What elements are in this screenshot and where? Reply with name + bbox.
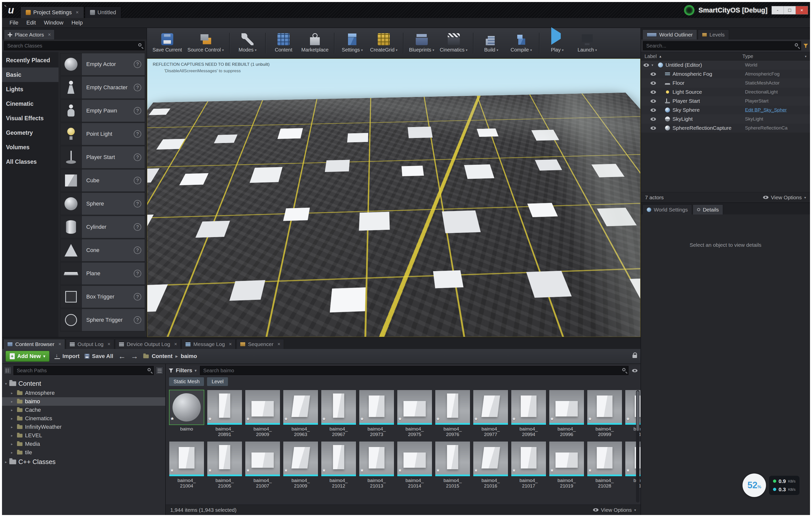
modes-button[interactable]: Modes▾ (235, 33, 260, 53)
actor-category[interactable]: Cinematic (2, 96, 58, 111)
close-button[interactable]: × (796, 6, 808, 14)
asset-tile[interactable]: * baimo4_21005 (207, 441, 242, 489)
add-new-button[interactable]: Add New ▾ (5, 351, 50, 362)
bottom-tab[interactable]: Device Output Log × (115, 339, 181, 349)
actor-category[interactable]: Visual Effects (2, 111, 58, 125)
scrollbar[interactable] (636, 390, 639, 502)
outliner-search-input[interactable] (643, 41, 801, 50)
build-button[interactable]: Build▾ (479, 33, 503, 53)
asset-tile[interactable]: * baimo4_21004 (169, 441, 204, 489)
expander-icon[interactable]: ▸ (11, 442, 14, 446)
outliner-type[interactable]: World (745, 62, 808, 68)
outliner-row[interactable]: ▾ Untitled (Editor) World (641, 60, 810, 69)
placeable-actor[interactable]: Point Light ? (60, 123, 145, 145)
placeable-actor[interactable]: Cube ? (60, 169, 145, 192)
outliner-type[interactable]: PlayerStart (745, 98, 808, 104)
folder-item[interactable]: ▸ InfinityWeather (2, 423, 165, 431)
filters-button[interactable]: Filters ▾ (169, 367, 197, 374)
outliner-type[interactable]: Edit BP_Sky_Spher (745, 107, 808, 113)
list-view-icon[interactable] (156, 367, 163, 374)
close-icon[interactable]: × (278, 341, 281, 347)
placeable-actor[interactable]: Player Start ? (60, 146, 145, 169)
breadcrumb-root[interactable]: Content (152, 353, 173, 360)
asset-tile[interactable]: * baimo4_21009 (283, 441, 319, 489)
folder-item[interactable]: ▸ Atmosphere (2, 389, 165, 397)
asset-tile[interactable]: * baimo4_20891 (207, 390, 242, 437)
folder-item-cpp-classes[interactable]: ▸ C++ Classes (2, 457, 165, 467)
menu-item[interactable]: Help (67, 19, 87, 27)
expander-icon[interactable]: ▸ (11, 451, 14, 455)
bottom-tab[interactable]: Content Browser × (3, 339, 65, 349)
close-icon[interactable]: × (48, 32, 51, 37)
breadcrumb-current[interactable]: baimo (181, 353, 197, 360)
source-control-button[interactable]: Source Control▾ (187, 33, 224, 53)
outliner-type[interactable]: SkyLight (745, 116, 808, 122)
bottom-tab[interactable]: Sequencer × (236, 339, 284, 349)
outliner-row[interactable]: ▾ SkyLight SkyLight (641, 115, 810, 123)
content-button[interactable]: Content (271, 33, 296, 53)
asset-tile-baimo[interactable]: * baimo (169, 390, 204, 437)
settings-button[interactable]: Settings▾ (340, 33, 365, 53)
create-grid-button[interactable]: CreateGrid▾ (370, 33, 398, 53)
view-settings-eye-icon[interactable] (632, 369, 638, 372)
asset-tile[interactable]: * baimo4_20977 (473, 390, 509, 437)
placeable-actor[interactable]: Empty Actor ? (60, 53, 145, 76)
placeable-actor[interactable]: Cylinder ? (60, 216, 145, 238)
back-button[interactable]: ← (118, 352, 126, 360)
search-assets-input[interactable] (200, 366, 629, 375)
expander-icon[interactable]: ▸ (11, 433, 14, 437)
view-options-button[interactable]: View Options ▾ (593, 507, 636, 513)
expander-icon[interactable]: ▸ (11, 391, 14, 395)
play-button[interactable]: Play▾ (545, 33, 570, 53)
outliner-type[interactable]: StaticMeshActor (745, 80, 808, 86)
visibility-eye-icon[interactable] (650, 99, 656, 103)
placeable-actor[interactable]: Sphere ? (60, 193, 145, 215)
menu-item[interactable]: Edit (22, 19, 40, 27)
visibility-eye-icon[interactable] (650, 126, 656, 130)
visibility-eye-icon[interactable] (650, 90, 656, 94)
tab-place-actors[interactable]: Place Actors × (4, 29, 55, 39)
maximize-button[interactable]: □ (784, 6, 796, 14)
asset-tile[interactable]: * baimo4_21016 (473, 441, 509, 489)
compile-button[interactable]: Compile▾ (509, 33, 533, 53)
asset-tile[interactable]: * baimo4_20976 (435, 390, 470, 437)
bottom-tab[interactable]: Output Log × (66, 339, 114, 349)
asset-tile[interactable]: * baimo4_21019 (549, 441, 584, 489)
asset-tile[interactable]: * baimo4_21028 (587, 441, 622, 489)
save-all-button[interactable]: Save All (85, 353, 113, 360)
window-tab-project-settings[interactable]: Project Settings × (21, 6, 84, 18)
bottom-tab[interactable]: Message Log × (181, 339, 235, 349)
lock-icon[interactable] (633, 355, 637, 358)
placeable-actor[interactable]: Empty Pawn ? (60, 99, 145, 122)
asset-tile[interactable]: * baimo4_20909 (245, 390, 281, 437)
outliner-filter-icon[interactable] (804, 44, 808, 48)
placeable-actor[interactable]: Sphere Trigger ? (60, 309, 145, 331)
asset-tile[interactable]: * baimo4_21017 (511, 441, 547, 489)
visibility-eye-icon[interactable] (650, 117, 656, 121)
sources-toggle-icon[interactable] (4, 367, 11, 374)
actor-category[interactable]: Basic (2, 67, 58, 82)
asset-tile[interactable]: * baimo4_21012 (321, 441, 356, 489)
search-paths-input[interactable] (13, 366, 154, 375)
asset-tile[interactable]: * baimo4_20975 (397, 390, 433, 437)
asset-tile[interactable]: * baimo4_21013 (359, 441, 395, 489)
actor-category[interactable]: Lights (2, 82, 58, 96)
close-icon[interactable]: × (229, 341, 232, 347)
window-tab-untitled[interactable]: Untitled (85, 6, 121, 18)
outliner-row[interactable]: ▾ SphereReflectionCapture SphereReflecti… (641, 123, 810, 133)
asset-tile[interactable]: * baimo4_20994 (511, 390, 547, 437)
menu-item[interactable]: Window (40, 19, 67, 27)
3d-viewport[interactable]: REFLECTION CAPTURES NEED TO BE REBUILT (… (147, 58, 640, 337)
outliner-row[interactable]: ▾ Atmospheric Fog AtmosphericFog (641, 69, 810, 79)
expander-icon[interactable]: ▸ (11, 425, 14, 429)
import-button[interactable]: Import (55, 353, 80, 360)
placeable-actor[interactable]: Cone ? (60, 239, 145, 261)
folder-item[interactable]: ▸ LEVEL (2, 431, 165, 440)
close-icon[interactable]: × (76, 9, 79, 15)
folder-item[interactable]: ▸ Cache (2, 406, 165, 414)
placeable-actor[interactable]: Empty Character ? (60, 76, 145, 99)
actor-category[interactable]: All Classes (2, 154, 58, 169)
folder-item[interactable]: ▸ Cinematics (2, 414, 165, 423)
expander-icon[interactable]: ▸ (11, 417, 14, 421)
folder-item[interactable]: ▸ tile (2, 448, 165, 457)
